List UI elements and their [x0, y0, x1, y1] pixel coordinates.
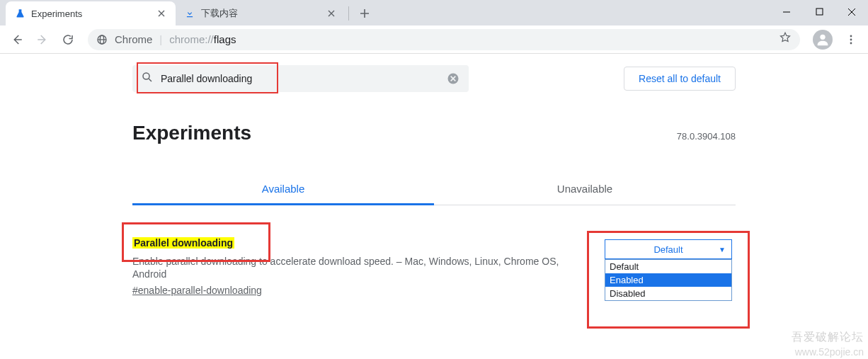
browser-tab-inactive[interactable]: 下载内容: [176, 1, 346, 25]
browser-tab-strip: Experiments 下载内容: [0, 0, 868, 25]
tab-available[interactable]: Available: [132, 174, 434, 205]
bookmark-star-icon[interactable]: [779, 31, 792, 47]
browser-menu-button[interactable]: [840, 28, 862, 51]
reload-button[interactable]: [57, 28, 79, 51]
watermark-text: 吾爱破解论坛: [792, 330, 864, 345]
omnibox-text: Chrome | chrome://flags: [115, 33, 236, 45]
tab-separator: [348, 6, 349, 21]
svg-point-6: [850, 42, 852, 44]
watermark-url: www.52pojie.cn: [795, 346, 864, 358]
experiment-item: Parallel downloading Enable parallel dow…: [132, 237, 736, 301]
search-icon: [141, 71, 154, 86]
clear-search-icon[interactable]: [446, 72, 460, 86]
dropdown-option[interactable]: Default: [605, 260, 731, 273]
select-value: Default: [653, 244, 683, 255]
flags-search-input[interactable]: [159, 72, 446, 86]
flags-search-box[interactable]: [132, 65, 469, 92]
minimize-button[interactable]: [770, 0, 803, 23]
window-close-button[interactable]: [835, 0, 868, 23]
flags-tabs: Available Unavailable: [132, 174, 736, 205]
window-controls: [770, 0, 868, 23]
back-button[interactable]: [6, 28, 28, 51]
flask-icon: [14, 8, 25, 19]
svg-rect-0: [816, 8, 823, 15]
dropdown-option[interactable]: Enabled: [605, 273, 731, 287]
forward-button[interactable]: [31, 28, 54, 51]
browser-tab-active[interactable]: Experiments: [6, 1, 176, 25]
experiment-dropdown: Default Enabled Disabled: [605, 259, 732, 301]
experiment-description: Enable parallel downloading to accelerat…: [132, 255, 587, 280]
tab-unavailable[interactable]: Unavailable: [434, 174, 736, 205]
new-tab-button[interactable]: [355, 4, 375, 23]
experiment-select[interactable]: Default ▼: [605, 239, 732, 259]
svg-point-7: [143, 73, 149, 79]
experiment-hash-link[interactable]: #enable-parallel-downloading: [132, 285, 587, 296]
flags-content: Reset all to default Experiments 78.0.39…: [0, 54, 868, 301]
profile-avatar[interactable]: [813, 30, 833, 50]
download-icon: [184, 8, 195, 19]
address-bar[interactable]: Chrome | chrome://flags: [88, 29, 800, 50]
svg-point-5: [850, 38, 852, 40]
chevron-down-icon: ▼: [719, 246, 726, 253]
close-icon[interactable]: [326, 8, 337, 19]
browser-toolbar: Chrome | chrome://flags: [0, 25, 868, 54]
site-info-icon[interactable]: [96, 34, 108, 45]
maximize-button[interactable]: [803, 0, 835, 23]
tab-title: Experiments: [31, 8, 150, 19]
chrome-version: 78.0.3904.108: [677, 131, 736, 142]
tab-title: 下载内容: [201, 7, 320, 20]
dropdown-option[interactable]: Disabled: [605, 287, 731, 300]
reset-all-button[interactable]: Reset all to default: [624, 67, 736, 91]
experiment-title: Parallel downloading: [132, 237, 234, 249]
svg-point-3: [820, 34, 825, 39]
svg-point-4: [850, 35, 852, 37]
close-icon[interactable]: [156, 8, 167, 19]
page-title: Experiments: [132, 122, 251, 144]
